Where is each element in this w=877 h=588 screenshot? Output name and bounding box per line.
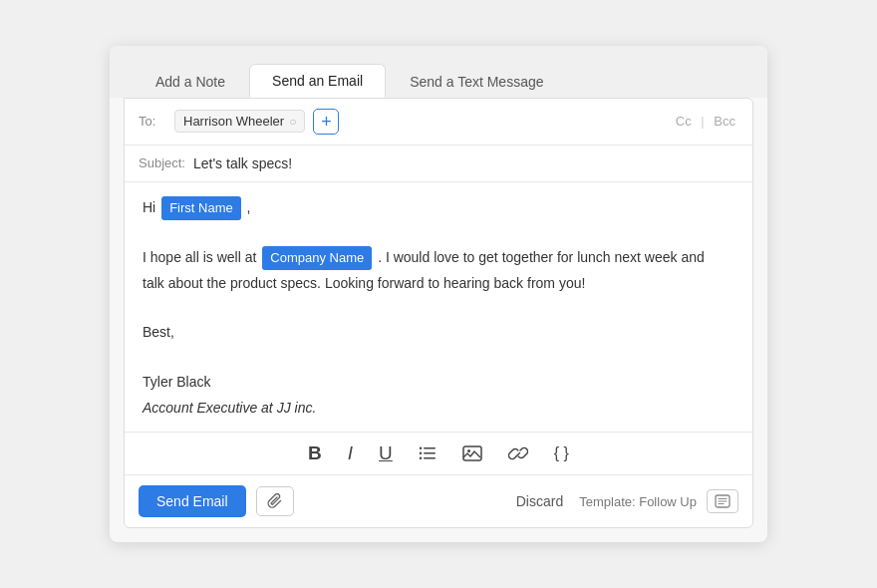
svg-rect-1: [424, 452, 436, 454]
discard-button[interactable]: Discard: [510, 489, 569, 513]
add-recipient-button[interactable]: +: [313, 109, 339, 135]
cc-label[interactable]: Cc: [676, 114, 692, 129]
footer-right: Discard Template: Follow Up: [510, 489, 738, 513]
attach-button[interactable]: [256, 486, 294, 516]
code-icon: { }: [554, 444, 569, 462]
greeting-line: Hi First Name ,: [143, 196, 734, 220]
sender-title: Account Executive at JJ inc.: [143, 397, 734, 421]
tab-send-email[interactable]: Send an Email: [249, 64, 386, 98]
svg-point-3: [420, 447, 422, 449]
remove-recipient-icon[interactable]: ○: [289, 115, 296, 129]
template-label: Template: Follow Up: [579, 494, 697, 509]
subject-row: Subject: Let's talk specs!: [125, 146, 752, 182]
sender-name: Tyler Black: [143, 371, 734, 395]
underline-button[interactable]: U: [375, 441, 397, 466]
code-button[interactable]: { }: [550, 442, 573, 464]
email-card: To: Harrison Wheeler ○ + Cc | Bcc Subjec…: [124, 98, 753, 529]
svg-point-5: [420, 457, 422, 459]
paperclip-icon: [267, 493, 283, 509]
greeting-comma: ,: [247, 199, 251, 215]
bold-button[interactable]: B: [304, 441, 326, 466]
svg-point-4: [420, 452, 422, 454]
to-label: To:: [139, 114, 166, 129]
recipient-name: Harrison Wheeler: [183, 114, 284, 129]
body-line-1: I hope all is well at Company Name . I w…: [143, 246, 734, 270]
tab-send-text[interactable]: Send a Text Message: [388, 66, 565, 98]
company-name-tag[interactable]: Company Name: [262, 246, 372, 270]
closing: Best,: [143, 321, 734, 345]
subject-value[interactable]: Let's talk specs!: [193, 155, 292, 171]
to-row: To: Harrison Wheeler ○ + Cc | Bcc: [125, 99, 752, 146]
svg-rect-2: [424, 457, 436, 459]
template-icon: [715, 494, 731, 508]
body-line-2: talk about the product specs. Looking fo…: [143, 272, 734, 296]
link-button[interactable]: [504, 442, 532, 464]
recipient-tag[interactable]: Harrison Wheeler ○: [174, 110, 305, 133]
email-composer: Add a Note Send an Email Send a Text Mes…: [110, 46, 767, 543]
italic-button[interactable]: I: [344, 441, 357, 466]
cc-bcc-separator: |: [701, 114, 704, 129]
line1-pre: I hope all is well at: [143, 249, 256, 265]
line1-post: . I would love to get together for lunch…: [378, 249, 705, 265]
svg-point-7: [467, 449, 470, 452]
svg-line-8: [516, 453, 519, 456]
greeting-text: Hi: [143, 199, 155, 215]
footer: Send Email Discard Template: Follow Up: [125, 475, 752, 527]
tab-bar: Add a Note Send an Email Send a Text Mes…: [110, 46, 767, 98]
bcc-label[interactable]: Bcc: [714, 114, 735, 129]
template-icon-button[interactable]: [707, 489, 738, 513]
first-name-tag[interactable]: First Name: [161, 196, 241, 220]
formatting-toolbar: B I U: [125, 433, 752, 475]
tab-add-note[interactable]: Add a Note: [134, 66, 247, 98]
cc-bcc-area: Cc | Bcc: [673, 114, 738, 129]
email-body[interactable]: Hi First Name , I hope all is well at Co…: [125, 182, 752, 434]
svg-rect-0: [424, 447, 436, 449]
image-button[interactable]: [458, 442, 486, 464]
list-button[interactable]: [415, 443, 440, 463]
subject-label: Subject:: [139, 155, 185, 170]
send-email-button[interactable]: Send Email: [139, 485, 246, 517]
